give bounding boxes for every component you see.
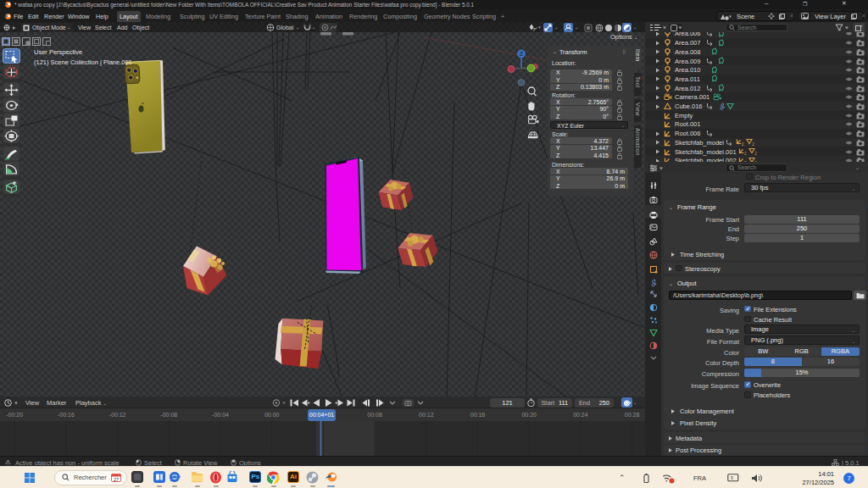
svg-text:27: 27 — [114, 477, 119, 482]
svg-text:Z: Z — [520, 51, 523, 57]
svg-text:2: 2 — [744, 152, 747, 156]
svg-text:2: 2 — [742, 142, 744, 147]
svg-text:2: 2 — [754, 152, 757, 156]
svg-text:9: 9 — [731, 475, 733, 480]
svg-text:2: 2 — [752, 142, 754, 147]
